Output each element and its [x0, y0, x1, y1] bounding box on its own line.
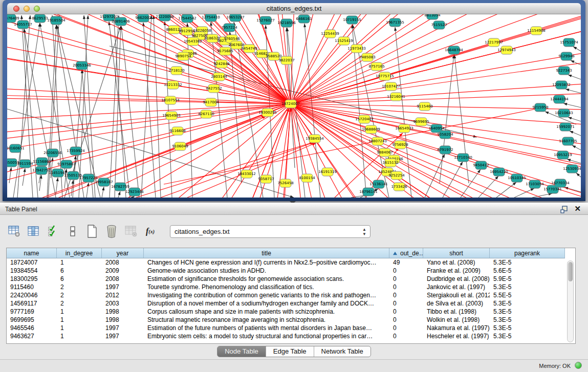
table-cell: Changes of HCN gene expression and I(f) …	[144, 258, 389, 267]
tab-network-table[interactable]: Network Table	[314, 346, 371, 357]
graph-node-label: 15770341	[543, 187, 562, 191]
table-panel: Table Panel ✕ f(x) citations_ed	[0, 203, 588, 372]
table-cell: Estimation of significance thresholds fo…	[144, 275, 389, 283]
column-header-name[interactable]: name	[7, 248, 57, 258]
graph-node-label: 8267110	[198, 112, 214, 116]
table-row[interactable]: 2242004622012Investigating the contribut…	[7, 291, 565, 299]
graph-node-label: 9884067	[377, 150, 393, 155]
graph-edge[interactable]	[165, 21, 172, 198]
column-header-year[interactable]: year	[102, 248, 144, 258]
graph-edge[interactable]	[291, 58, 581, 104]
graph-edge[interactable]	[291, 14, 571, 104]
table-row[interactable]: 1830029562008Estimation of significance …	[7, 275, 565, 283]
citation-network-graph[interactable]: 1647640914055717862953319185504152972022…	[7, 14, 581, 198]
table-cell: Tibbo et al. (1998)	[423, 308, 490, 316]
graph-node-label: 9252254	[388, 173, 405, 178]
network-canvas[interactable]: 1647640914055717862953319185504152972022…	[7, 14, 581, 198]
table-cell: 1998	[102, 316, 144, 324]
column-header-indegree[interactable]: in_degree	[57, 248, 102, 258]
column-header-outde[interactable]: out_de…	[389, 248, 423, 258]
table-cell: 19384554	[7, 267, 57, 275]
table-cell: 6	[57, 275, 102, 283]
graph-node-label: 17957223	[79, 176, 98, 180]
table-panel-title: Table Panel	[5, 206, 37, 213]
table-row[interactable]: 946362711997Embryonic stem cells: a mode…	[7, 332, 565, 340]
table-row[interactable]: 1872400712008Changes of HCN gene express…	[7, 258, 565, 267]
graph-node-label: 17544542	[178, 16, 197, 20]
graph-node-label: 19185504	[47, 18, 66, 23]
table-cell: Dudbridge et al. (2008)	[423, 275, 490, 283]
graph-node-label: 9822037	[278, 58, 294, 62]
tab-edge-table[interactable]: Edge Table	[266, 346, 314, 357]
table-cell: 1998	[102, 308, 144, 316]
edge-arrowhead-icon	[568, 75, 572, 77]
graph-node-label: 9175685	[217, 49, 233, 53]
graph-node-label: 9588520	[266, 54, 281, 58]
show-columns-icon[interactable]	[27, 225, 40, 238]
window-titlebar[interactable]: citations_edges.txt	[7, 3, 581, 14]
column-header-pagerank[interactable]: pagerank	[490, 248, 565, 258]
column-header-short[interactable]: short	[423, 248, 490, 258]
network-view-window[interactable]: citations_edges.txt 16476409140557178629…	[3, 0, 585, 201]
table-cell: 0	[389, 291, 423, 299]
scrollbar-thumb[interactable]	[568, 262, 573, 281]
node-table: namein_degreeyeartitleout_de…shortpagera…	[6, 248, 576, 344]
create-column-icon[interactable]	[85, 225, 99, 238]
graph-edge[interactable]	[21, 15, 33, 198]
table-cell: 1	[57, 324, 102, 332]
graph-node-label: 9358717	[258, 177, 274, 181]
graph-edge[interactable]	[187, 143, 316, 198]
edge-arrowhead-icon	[102, 187, 104, 190]
graph-node-label: 11525419	[335, 39, 353, 43]
table-row[interactable]: 1456911722003Disruption of a novel membe…	[7, 299, 565, 308]
table-vertical-scrollbar[interactable]	[567, 260, 574, 342]
table-cell: 2	[57, 291, 102, 299]
column-header-title[interactable]: title	[144, 248, 389, 258]
graph-node-label: 15720407	[355, 117, 374, 121]
table-row[interactable]: 969969511998Structural magnetic resonanc…	[7, 316, 565, 324]
graph-node-label: 10653287	[226, 15, 245, 19]
table-row[interactable]: 946554611997Estimation of the future num…	[7, 324, 565, 332]
memory-status-icon[interactable]	[575, 362, 582, 369]
table-cell: Nakamura et al. (1997)	[423, 324, 490, 332]
graph-node-label: 16476409	[7, 16, 19, 20]
delete-column-icon[interactable]	[104, 225, 118, 238]
graph-node-label: 18107554	[161, 98, 180, 102]
select-all-columns-icon[interactable]	[46, 225, 60, 238]
table-row[interactable]: 1938455462009Genome-wide association stu…	[7, 267, 565, 275]
table-cell: 1	[57, 308, 102, 316]
graph-edge[interactable]	[84, 15, 95, 198]
graph-edge[interactable]	[141, 15, 151, 198]
edge-arrowhead-icon	[531, 188, 534, 191]
table-selector-dropdown[interactable]: citations_edges.txt ▲▼	[170, 225, 371, 238]
table-cell: Disruption of a novel member of a sodium…	[144, 299, 389, 308]
graph-node-label: 7485083	[359, 55, 375, 59]
tab-node-table[interactable]: Node Table	[217, 346, 266, 357]
graph-node-label: 12923446	[125, 190, 144, 194]
sort-ascending-icon	[393, 251, 397, 254]
table-cell: 9699695	[7, 316, 57, 324]
table-row[interactable]: 977716911998Corpus callosum shape and si…	[7, 308, 565, 316]
float-panel-icon[interactable]	[560, 205, 569, 213]
table-cell: 5.5E-5	[490, 291, 565, 299]
function-builder-icon[interactable]: f(x)	[143, 225, 157, 238]
graph-node-label: 8813054	[424, 14, 441, 17]
table-mode-icon[interactable]	[7, 225, 21, 238]
table-cell: 1997	[102, 283, 144, 291]
graph-edge[interactable]	[17, 15, 30, 198]
graph-edge[interactable]	[154, 15, 161, 198]
row-options-icon[interactable]	[66, 225, 79, 238]
table-cell: 5.3E-5	[490, 258, 565, 267]
graph-node-label: 10107427	[382, 84, 400, 89]
graph-node-label: 15276027	[256, 18, 275, 23]
graph-edge[interactable]	[478, 176, 498, 198]
table-row[interactable]: 911546021997Tourette syndrome. Phenomeno…	[7, 283, 565, 291]
graph-node-label: 12217997	[485, 40, 503, 45]
edge-arrowhead-icon	[567, 159, 571, 161]
graph-node-label: 17359924	[67, 149, 85, 153]
graph-node-label: 18300295	[258, 111, 277, 115]
close-panel-icon[interactable]: ✕	[574, 204, 581, 213]
graph-node-label: 11607705	[559, 139, 577, 143]
graph-node-label: 10688609	[362, 127, 380, 132]
table-cell: Investigating the contribution of common…	[144, 291, 389, 299]
